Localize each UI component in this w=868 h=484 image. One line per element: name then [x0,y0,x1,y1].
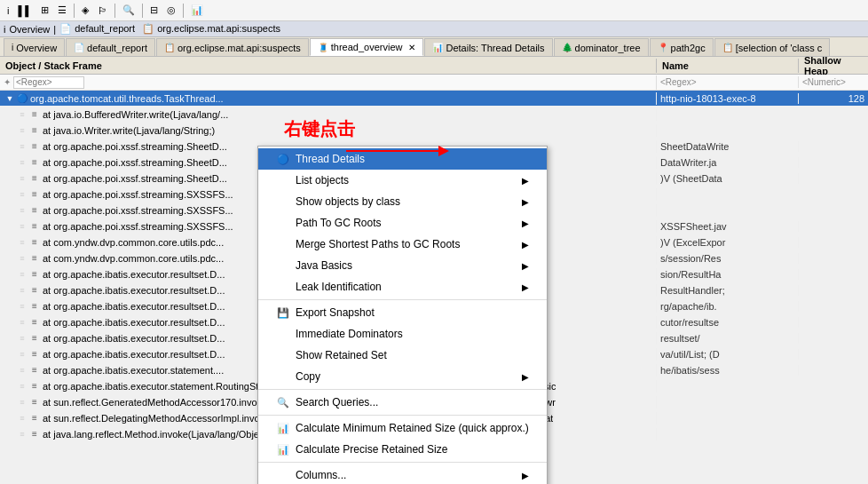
col-header-obj[interactable]: Object / Stack Frame [0,59,657,73]
cm-item-min-retained[interactable]: 📊 Calculate Minimum Retained Size (quick… [258,417,547,439]
expand-btn: ≡ [16,108,28,121]
info-report[interactable]: 📄 default_report [59,23,135,35]
info-bar: i Overview | 📄 default_report 📋 org.ecli… [0,21,868,37]
cm-item-thread-details[interactable]: 🔵 Thread Details [258,148,547,170]
toolbar-btn-minus[interactable]: ⊟ [146,3,162,18]
tab-dominator[interactable]: 🌲 dominator_tree [554,38,649,56]
stack-icon: ≡ [28,300,41,313]
cm-separator [258,415,547,416]
expand-btn: ≡ [16,188,28,201]
cm-arrow: ▶ [522,240,529,250]
cm-item-list-objects[interactable]: List objects ▶ [258,170,547,191]
cm-icon-list [276,173,290,187]
row-text: at org.apache.poi.xssf.streaming.SheetD.… [43,141,227,152]
table-row[interactable]: ≡ ≡ at java.io.BufferedWriter.write(Ljav… [0,107,868,123]
toolbar-btn-chart[interactable]: 📊 [187,3,207,18]
row-name-cell: s/session/Res [657,253,799,264]
cm-arrow: ▶ [522,176,529,186]
tab-overview[interactable]: i Overview [4,38,65,56]
row-text: at java.io.Writer.write(Ljava/lang/Strin… [43,125,215,136]
expand-btn: ≡ [16,332,28,345]
cm-label: Path To GC Roots [296,217,522,229]
cm-item-merge-paths[interactable]: Merge Shortest Paths to GC Roots ▶ [258,234,547,255]
filter-obj: ✦ [0,75,657,90]
row-text: at org.apache.ibatis.executor.resultset.… [43,333,225,344]
toolbar-sep-1 [74,4,75,18]
cm-item-show-by-class[interactable]: Show objects by class ▶ [258,191,547,212]
expand-btn: ≡ [16,252,28,265]
cm-icon-leak [276,280,290,294]
expand-btn[interactable]: ▼ [4,92,16,105]
table-row[interactable]: ≡ ≡ at java.io.Writer.write(Ljava/lang/S… [0,123,868,139]
cm-icon-merge [276,237,290,251]
row-name-cell: sion/ResultHa [657,269,799,280]
stack-icon: ≡ [28,316,41,329]
tab-thread-overview[interactable]: 🧵 thread_overview ✕ [310,38,424,56]
tab-label-overview: Overview [16,43,57,53]
stack-icon: ≡ [28,428,41,440]
cm-separator [258,462,547,463]
expand-btn: ≡ [16,156,28,169]
tab-path2gc[interactable]: 📍 path2gc [650,38,714,56]
toolbar-btn-menu[interactable]: ☰ [54,3,70,18]
cm-item-path-gc[interactable]: Path To GC Roots ▶ [258,212,547,234]
tab-icon-selection: 📋 [722,43,733,52]
expand-btn: ≡ [16,268,28,281]
expand-btn: ≡ [16,348,28,361]
row-obj-cell: ▼ 🔵 org.apache.tomcat.util.threads.TaskT… [0,92,657,105]
cm-arrow: ▶ [522,261,529,271]
expand-btn: ≡ [16,380,28,393]
info-overview[interactable]: Overview [9,24,50,35]
cm-item-retained[interactable]: Show Retained Set [258,345,547,366]
info-suspects[interactable]: 📋 org.eclipse.mat.api:suspects [142,23,280,35]
stack-icon: ≡ [28,172,41,185]
toolbar-btn-flag[interactable]: 🏳 [94,4,111,18]
tab-label-path2gc: path2gc [671,43,706,53]
context-menu[interactable]: 🔵 Thread Details List objects ▶ Show obj… [257,146,548,484]
cm-item-columns[interactable]: Columns... ▶ [258,464,547,484]
cm-item-export[interactable]: 💾 Export Snapshot [258,302,547,323]
cm-icon-copy [276,369,290,384]
col-header-name[interactable]: Name [657,59,799,73]
cm-item-copy[interactable]: Copy ▶ [258,366,547,387]
cm-item-leak[interactable]: Leak Identification ▶ [258,276,547,298]
toolbar-btn-bars[interactable]: ▌▌ [14,4,36,18]
tab-icon-thread: 🧵 [318,43,328,52]
toolbar-btn-shape[interactable]: ◈ [78,3,92,18]
tab-close-thread[interactable]: ✕ [408,43,415,52]
cm-item-precise-retained[interactable]: 📊 Calculate Precise Retained Size [258,439,547,460]
cm-label: Calculate Precise Retained Size [296,443,529,456]
row-text: at org.apache.ibatis.executor.resultset.… [43,301,225,312]
stack-icon: ≡ [28,348,41,361]
cm-arrow: ▶ [522,471,529,480]
cm-arrow: ▶ [522,218,529,228]
tab-default-report[interactable]: 📄 default_report [66,38,155,56]
tab-icon-path2gc: 📍 [658,43,668,52]
row-name-cell: rg/apache/ib. [657,301,799,312]
tab-icon-overview: i [12,43,13,52]
cm-item-dominators[interactable]: Immediate Dominators [258,323,547,345]
tab-suspects[interactable]: 📋 org.eclipse.mat.api:suspects [156,38,309,56]
cm-label: Leak Identification [296,281,522,293]
cm-icon-java [276,258,290,273]
row-name-cell: va/util/List; (D [657,349,799,360]
cm-arrow: ▶ [522,372,529,382]
cm-item-search[interactable]: 🔍 Search Queries... [258,392,547,413]
cm-icon-path [276,216,290,230]
row-obj-cell: ≡ ≡ at java.io.BufferedWriter.write(Ljav… [0,108,657,121]
toolbar-btn-i[interactable]: i [4,4,12,18]
cm-item-java-basics[interactable]: Java Basics ▶ [258,255,547,276]
table-row[interactable]: ▼ 🔵 org.apache.tomcat.util.threads.TaskT… [0,91,868,107]
stack-icon: ≡ [28,108,41,121]
toolbar-btn-search[interactable]: 🔍 [119,3,138,18]
cm-label: Java Basics [296,259,522,272]
cm-label: Calculate Minimum Retained Size (quick a… [296,422,529,434]
cm-separator [258,299,547,300]
toolbar-btn-circle[interactable]: ◎ [163,3,179,18]
toolbar-sep-4 [183,4,184,18]
tab-details[interactable]: 📊 Details: Thread Details [424,38,552,56]
row-name-cell: cutor/resultse [657,317,799,328]
filter-obj-input[interactable] [13,76,84,89]
toolbar-btn-grid[interactable]: ⊞ [37,3,52,18]
expand-btn: ≡ [16,220,28,233]
